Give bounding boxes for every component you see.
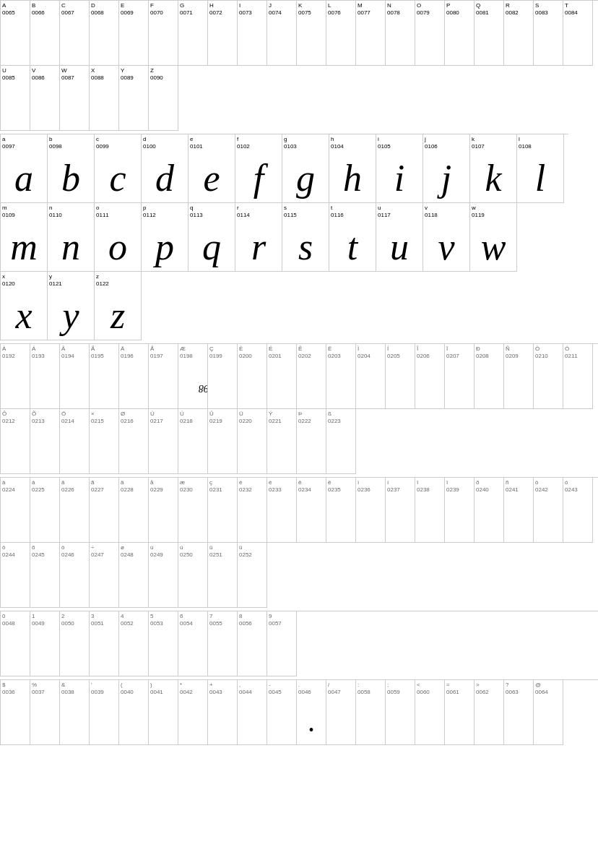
cell-G: G0071 (178, 1, 208, 66)
glyph-d: d (155, 157, 174, 199)
label-h: h0104 (331, 136, 344, 150)
cell-egrave-upper: È0200 (238, 344, 267, 409)
glyph-c: c (109, 157, 126, 199)
label-X-upper: X0088 (91, 67, 104, 81)
label-ograve-upper: Ò0210 (535, 345, 548, 359)
label-6: 60054 (180, 613, 193, 627)
cell-iuml-upper: Ï0207 (445, 344, 474, 409)
cell-at: @0064 (534, 680, 563, 745)
label-T: T0084 (565, 2, 578, 16)
cell-apostrophe: '0039 (90, 680, 119, 745)
label-y: y0121 (49, 273, 62, 287)
label-ucirc-lower: û0251 (209, 544, 222, 558)
label-m: m0109 (2, 205, 15, 218)
cell-ntilde-lower: ñ0241 (504, 478, 534, 543)
cell-7: 70055 (208, 611, 238, 676)
label-j: j0106 (425, 136, 438, 150)
cell-w: w0119 w (470, 203, 517, 272)
label-5: 50053 (150, 613, 163, 627)
cell-oslash-lower: ø0248 (119, 543, 149, 608)
label-t: t0116 (331, 205, 344, 218)
cell-K: K0075 (297, 1, 326, 66)
cell-E: E0069 (119, 1, 149, 66)
glyph-a: a (14, 157, 33, 199)
cell-yacute-upper: Ý0221 (267, 409, 297, 474)
cell-euml-lower: ë0235 (326, 478, 356, 543)
label-otilde-upper: Õ0213 (32, 411, 45, 424)
label-igrave-upper: Ì0204 (358, 345, 370, 359)
cell-v: v0118 v (423, 203, 470, 272)
label-ecirc-upper: Ê0202 (298, 345, 311, 359)
label-ouml-lower: ö0246 (61, 544, 74, 558)
glyph-j: j (441, 157, 451, 199)
label-aacute-lower: á0225 (32, 479, 45, 493)
cell-asterisk: *0042 (178, 680, 208, 745)
cell-T: T0084 (563, 1, 593, 66)
cell-ucirc-lower: û0251 (208, 543, 238, 608)
glyph-e: e (203, 157, 220, 199)
cell-W: W0087 (60, 66, 90, 131)
label-I: I0073 (239, 2, 252, 16)
label-g: g0103 (284, 136, 297, 150)
cell-uacute-lower: ú0250 (178, 543, 208, 608)
cell-R: R0082 (504, 1, 534, 66)
label-iacute-upper: Í0205 (387, 345, 400, 359)
label-Y-upper: Y0089 (121, 67, 134, 81)
cell-times: ×0215 (90, 409, 119, 474)
cell-aacute-upper: Á0193 (30, 344, 60, 409)
label-at: @0064 (535, 682, 548, 695)
digits-row: 00048 10049 20050 30051 40052 50053 6005… (0, 611, 598, 676)
cell-question: ?0063 (504, 680, 534, 745)
cell-ntilde-upper: Ñ0209 (504, 344, 534, 409)
cell-aring-lower: å0229 (149, 478, 178, 543)
cell-4: 40052 (119, 611, 149, 676)
label-egrave-upper: È0200 (239, 345, 252, 359)
label-uuml-lower: ü0252 (239, 544, 252, 558)
glyph-p: p (155, 225, 174, 268)
cell-ugrave-lower: ù0249 (149, 543, 178, 608)
cell-ccedil-upper: Ç0199 (208, 344, 238, 409)
label-n: n0110 (49, 205, 62, 218)
cell-2: 20050 (60, 611, 90, 676)
label-iacute-lower: í0237 (387, 479, 400, 493)
cell-c: c0099 c (95, 134, 142, 203)
cell-q: q0113 q (188, 203, 235, 272)
glyph-k: k (485, 157, 501, 199)
cell-ouml-lower: ö0246 (60, 543, 90, 608)
label-U: U0085 (2, 67, 15, 81)
label-M: M0077 (358, 2, 370, 16)
cell-euml-upper: Ë0203 (326, 344, 356, 409)
cell-p: p0112 p (142, 203, 188, 272)
label-H: H0072 (209, 2, 222, 16)
lowercase-row-3: x0120 x y0121 y z0122 z (0, 272, 568, 340)
label-R: R0082 (506, 2, 519, 16)
cell-aacute-lower: á0225 (30, 478, 60, 543)
label-r: r0114 (237, 205, 250, 218)
cell-icirc-lower: î0238 (415, 478, 445, 543)
cell-iacute-lower: í0237 (386, 478, 415, 543)
cell-ecirc-lower: ê0234 (297, 478, 326, 543)
lowercase-row-2: m0109 m n0110 n o0111 o p0112 p q0113 q … (0, 203, 568, 272)
label-oacute-lower: ó0243 (565, 479, 578, 493)
label-8: 80056 (239, 613, 252, 627)
cell-C: C0067 (60, 1, 90, 66)
cell-F: F0070 (149, 1, 178, 66)
cell-O: O0079 (415, 1, 445, 66)
cell-iuml-lower: ï0239 (445, 478, 474, 543)
cell-o: o0111 o (95, 203, 142, 272)
label-C: C0067 (61, 2, 74, 16)
label-e: e0101 (190, 136, 203, 150)
cell-eacute-upper: É0201 (267, 344, 297, 409)
label-ae-upper: Æ0198 (180, 345, 193, 359)
glyph-u: u (390, 225, 409, 268)
glyph-q: q (202, 225, 221, 268)
label-ampersand: &0038 (61, 682, 74, 695)
cell-D: D0068 (90, 1, 119, 66)
label-uacute-upper: Ú0218 (180, 411, 193, 424)
cell-d: d0100 d (142, 134, 188, 203)
cell-slash: /0047 (326, 680, 356, 745)
label-W: W0087 (61, 67, 74, 81)
lowercase-row-1: a0097 a b0098 b c0099 c d0100 d e0101 e … (0, 134, 568, 203)
cell-ograve-upper: Ò0210 (534, 344, 563, 409)
cell-Q: Q0081 (474, 1, 504, 66)
